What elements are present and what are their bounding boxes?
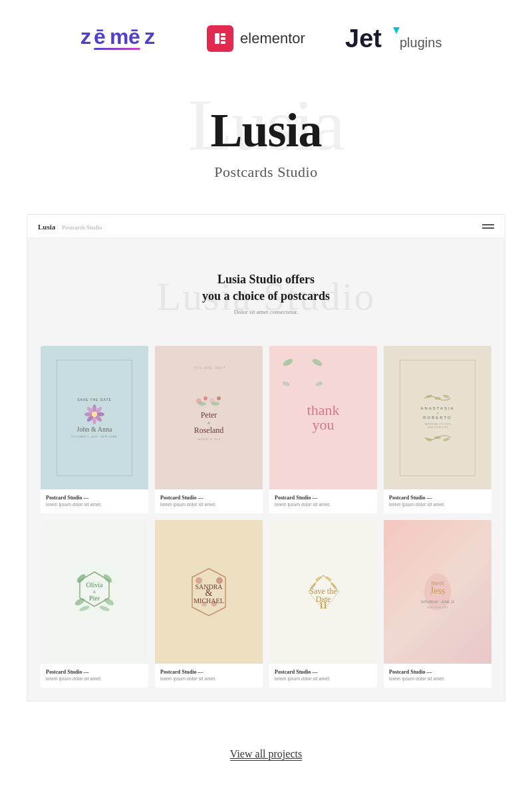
card-image-2: YOU ARE INVITED Peter & (155, 346, 263, 489)
view-all-link[interactable]: View all projects (230, 748, 302, 761)
svg-point-32 (315, 380, 323, 387)
mini-browser-logo: Lusia Postcards Studio (38, 220, 102, 232)
svg-point-59 (315, 576, 322, 581)
card-item-8[interactable]: meet Jess SATURDAY · JUNE 10 NEW YORK CI… (384, 520, 491, 688)
card-label-3: Postcard Studio — lorem ipsum dolor sit … (269, 489, 377, 513)
page-subtitle: Postcards Studio (27, 164, 505, 181)
svg-text:z: z (144, 25, 155, 49)
svg-text:NEW YORK CITY: NEW YORK CITY (427, 606, 448, 609)
elementor-text: elementor (240, 30, 305, 47)
svg-text:Jess: Jess (430, 586, 445, 596)
svg-text:ē: ē (128, 25, 140, 49)
preview-hero-desc: Dolor sit amet consectetur. (41, 309, 491, 315)
svg-point-39 (76, 573, 87, 585)
card-image-8: meet Jess SATURDAY · JUNE 10 NEW YORK CI… (384, 520, 491, 664)
elementor-logo: elementor (207, 25, 305, 52)
svg-rect-7 (221, 33, 225, 36)
svg-text:m: m (110, 25, 128, 49)
logo-bar: z ē m ē z (0, 0, 532, 76)
card-item-7[interactable]: Save the Date 11 Postcard Studio — lorem… (269, 520, 377, 688)
cards-grid-row1: SAVE THE DATE (41, 346, 491, 513)
svg-point-28 (211, 402, 219, 406)
svg-text:plugins: plugins (400, 35, 442, 50)
card-image-6: SANDRA & MICHAEL (155, 520, 263, 664)
mini-menu-icon[interactable] (482, 224, 494, 229)
svg-text:Pier: Pier (89, 595, 100, 602)
svg-point-26 (217, 396, 221, 400)
card-item-5[interactable]: Olivia & Pier Postcard Studio — lorem ip… (41, 520, 148, 688)
card-item-6[interactable]: SANDRA & MICHAEL Postcard Studio — lorem… (155, 520, 263, 688)
card-label-2: Postcard Studio — lorem ipsum dolor sit … (155, 489, 263, 513)
svg-rect-5 (94, 48, 140, 50)
svg-text:Jet: Jet (345, 25, 382, 53)
preview-hero-title: Lusia Studio offers you a choice of post… (41, 271, 491, 305)
svg-marker-11 (393, 27, 400, 34)
card-label-7: Postcard Studio — lorem ipsum dolor sit … (269, 664, 377, 688)
card-item-4[interactable]: ANASTASIA ✦ ROBERTO SATURDAY 5TH 2023NEW… (384, 346, 491, 513)
svg-text:z: z (80, 25, 91, 49)
jet-plugins-logo: Jet plugins (345, 22, 452, 55)
card-label-6: Postcard Studio — lorem ipsum dolor sit … (155, 664, 263, 688)
svg-text:&: & (205, 588, 212, 598)
svg-point-31 (283, 380, 291, 387)
svg-point-44 (98, 605, 110, 612)
svg-rect-9 (221, 41, 225, 44)
card-image-1: SAVE THE DATE (41, 346, 148, 489)
card-item-1[interactable]: SAVE THE DATE (41, 346, 148, 513)
svg-rect-8 (221, 37, 225, 40)
svg-text:MICHAEL: MICHAEL (194, 597, 224, 604)
card-item-3[interactable]: thank you Postcard Studio — lorem ipsum … (269, 346, 377, 513)
svg-point-40 (102, 573, 114, 585)
preview-content: Lusia Studio Lusia Studio offers you a c… (27, 238, 505, 701)
svg-text:ē: ē (94, 25, 106, 49)
card-image-5: Olivia & Pier (41, 520, 148, 664)
card-image-3: thank you (269, 346, 377, 489)
svg-point-24 (203, 396, 207, 400)
card-label-8: Postcard Studio — lorem ipsum dolor sit … (384, 664, 491, 688)
svg-point-43 (78, 605, 90, 612)
card-label-5: Postcard Studio — lorem ipsum dolor sit … (41, 664, 148, 688)
card-image-4: ANASTASIA ✦ ROBERTO SATURDAY 5TH 2023NEW… (384, 346, 491, 489)
mini-browser-bar: Lusia Postcards Studio (27, 215, 505, 238)
card-label-1: Postcard Studio — lorem ipsum dolor sit … (41, 489, 148, 513)
card-item-2[interactable]: YOU ARE INVITED Peter & (155, 346, 263, 513)
card-image-7: Save the Date 11 (269, 520, 377, 664)
svg-point-27 (198, 402, 206, 406)
view-all-section: View all projects (0, 728, 532, 787)
preview-hero: Lusia Studio Lusia Studio offers you a c… (41, 258, 491, 335)
page-title: Lusia (27, 103, 505, 158)
svg-text:&: & (93, 590, 96, 594)
cards-grid-row2: Olivia & Pier Postcard Studio — lorem ip… (41, 520, 491, 688)
preview-frame: Lusia Postcards Studio Lusia Studio Lusi… (27, 214, 505, 702)
svg-text:YOU ARE INVITED: YOU ARE INVITED (194, 366, 225, 370)
svg-text:Olivia: Olivia (86, 581, 104, 589)
svg-point-30 (311, 357, 323, 367)
svg-text:SATURDAY · JUNE 10: SATURDAY · JUNE 10 (420, 600, 454, 604)
zemes-logo: z ē m ē z (80, 19, 167, 58)
svg-point-60 (325, 576, 332, 581)
svg-rect-6 (215, 33, 219, 44)
card-label-4: Postcard Studio — lorem ipsum dolor sit … (384, 489, 491, 513)
svg-point-29 (283, 357, 294, 367)
hero-section: Lusia Lusia Postcards Studio (0, 76, 532, 194)
